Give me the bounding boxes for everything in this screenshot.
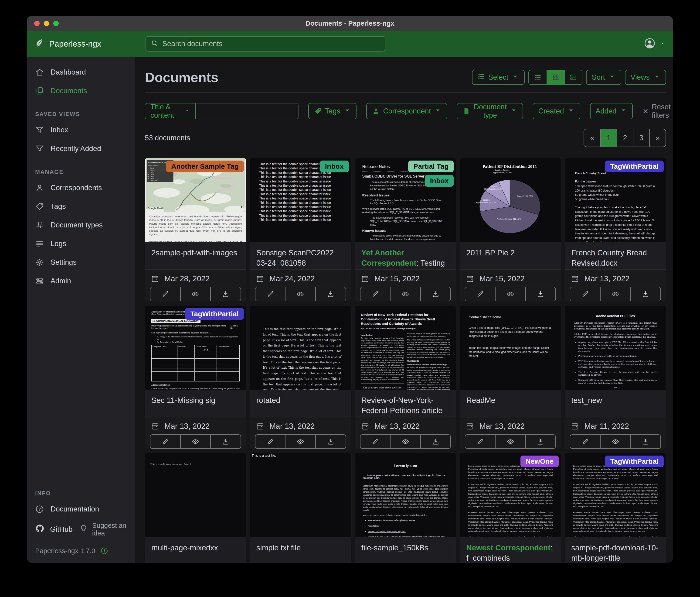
view-document-button[interactable] <box>181 287 211 301</box>
pagination-prev[interactable]: « <box>584 129 600 147</box>
document-type-filter-button[interactable]: Document type <box>457 103 523 119</box>
view-document-button[interactable] <box>601 287 631 301</box>
select-button[interactable]: Select <box>472 70 525 85</box>
document-title-link[interactable]: Review-of-New-York-Federal-Petitions-art… <box>355 390 456 416</box>
sidebar-item-inbox[interactable]: Inbox <box>27 121 135 139</box>
document-thumbnail[interactable]: This is a test file. <box>250 453 351 537</box>
filter-text-input[interactable] <box>196 103 299 119</box>
document-thumbnail[interactable]: Review of New York Federal Petitions for… <box>355 306 456 390</box>
added-filter-button[interactable]: Added <box>590 103 633 119</box>
edit-document-button[interactable] <box>465 287 496 301</box>
view-document-button[interactable] <box>285 434 316 449</box>
pagination-page-1[interactable]: 1 <box>600 129 617 147</box>
download-document-button[interactable] <box>316 434 346 449</box>
sidebar-item-tags[interactable]: Tags <box>27 197 135 216</box>
document-title-link[interactable]: multi-page-mixedxx <box>145 537 246 563</box>
edit-document-button[interactable] <box>570 287 601 301</box>
tag-chip[interactable]: Inbox <box>320 161 349 172</box>
document-thumbnail[interactable]: Lorem ipsumLorem ipsum dolor sit amet, c… <box>355 453 456 537</box>
document-title-link[interactable]: sample-pdf-download-10-mb-longer-title <box>565 537 666 563</box>
document-thumbnail[interactable]: Patient BP Distribution 2011 Normal, 151… <box>460 158 561 242</box>
sidebar-item-document-types[interactable]: Document types <box>27 216 135 234</box>
tag-chip[interactable]: TagWithPartial <box>605 456 664 467</box>
views-button[interactable]: Views <box>625 70 666 85</box>
view-document-button[interactable] <box>496 434 526 449</box>
view-document-button[interactable] <box>391 287 421 301</box>
document-thumbnail[interactable]: Boundary Waters Trip Gerald in BWCA Day … <box>145 158 246 242</box>
edit-document-button[interactable] <box>360 287 391 301</box>
document-thumbnail[interactable]: Adobe Acrobat PDF FilesAdobe® Portable D… <box>565 306 666 390</box>
close-window-button[interactable] <box>34 21 40 26</box>
reset-filters-button[interactable]: ✕ Reset filters <box>643 103 670 120</box>
search-input[interactable] <box>162 40 380 48</box>
sidebar-item-settings[interactable]: Settings <box>27 253 135 272</box>
document-title-link[interactable]: 2011 BP Pie 2 <box>460 242 561 269</box>
view-document-button[interactable] <box>181 434 211 449</box>
pagination-next[interactable]: » <box>649 129 666 147</box>
document-thumbnail[interactable]: Application for Medical Staff MembersGoo… <box>145 306 246 390</box>
document-title-link[interactable]: Sonstige ScanPC2022 03-24_081058 <box>250 242 351 269</box>
pagination-page-2[interactable]: 2 <box>617 129 633 147</box>
document-thumbnail[interactable]: This is the text that appears on the fir… <box>250 306 351 390</box>
document-thumbnail[interactable]: Lorem ipsum dolor sit amet, consectetur … <box>565 453 666 537</box>
document-title-link[interactable]: French Country Bread Revised.docx <box>565 242 666 269</box>
list-view-toggle[interactable] <box>529 70 547 85</box>
sidebar-item-logs[interactable]: Logs <box>27 234 135 253</box>
edit-document-button[interactable] <box>150 287 181 301</box>
sidebar-item-recently-added[interactable]: Recently Added <box>27 139 135 158</box>
sidebar-item-correspondents[interactable]: Correspondents <box>27 178 135 197</box>
document-thumbnail[interactable]: This is a multi page document. Page 1. <box>145 453 246 537</box>
created-filter-button[interactable]: Created <box>533 103 580 119</box>
document-title-link[interactable]: Sec 11-Missing sig <box>145 390 246 416</box>
sidebar-item-documentation[interactable]: ?Documentation <box>27 500 135 519</box>
grid-view-toggle[interactable] <box>547 70 564 85</box>
zoom-window-button[interactable] <box>53 21 59 26</box>
edit-document-button[interactable] <box>465 434 496 449</box>
filter-field-dropdown[interactable]: Title & content <box>145 103 196 119</box>
download-document-button[interactable] <box>631 434 661 449</box>
download-document-button[interactable] <box>421 287 451 301</box>
github-link[interactable]: GitHub <box>35 524 72 535</box>
view-document-button[interactable] <box>496 287 526 301</box>
edit-document-button[interactable] <box>150 434 181 449</box>
view-document-button[interactable] <box>601 434 631 449</box>
info-icon[interactable] <box>100 547 108 555</box>
download-document-button[interactable] <box>211 434 241 449</box>
brand[interactable]: Paperless-ngx <box>34 38 146 50</box>
edit-document-button[interactable] <box>255 287 286 301</box>
download-document-button[interactable] <box>526 287 556 301</box>
tags-filter-button[interactable]: Tags <box>308 103 356 119</box>
download-document-button[interactable] <box>526 434 556 449</box>
tag-chip[interactable]: TagWithPartial <box>185 308 244 320</box>
document-thumbnail[interactable]: Lorem ipsum dolor sit amet, consectetur … <box>460 453 561 537</box>
document-title-link[interactable]: Newest Correspondent: f_combineds <box>460 537 561 563</box>
suggest-idea-link[interactable]: Suggest an idea <box>79 522 127 537</box>
edit-document-button[interactable] <box>360 434 391 449</box>
tag-chip[interactable]: Inbox <box>425 175 454 187</box>
tag-chip[interactable]: NewOne <box>521 456 559 467</box>
view-document-button[interactable] <box>391 434 421 449</box>
document-title-link[interactable]: simple txt file <box>250 537 351 563</box>
tag-chip[interactable]: Another Sample Tag <box>166 161 244 172</box>
pagination-page-3[interactable]: 3 <box>633 129 649 147</box>
document-title-link[interactable]: ReadMe <box>460 390 561 416</box>
download-document-button[interactable] <box>421 434 451 449</box>
download-document-button[interactable] <box>211 287 241 301</box>
user-menu[interactable] <box>644 37 666 50</box>
document-title-link[interactable]: 2sample-pdf-with-images <box>145 242 246 269</box>
document-title-link[interactable]: Yet Another Correspondent: Testing Email <box>355 242 456 269</box>
download-document-button[interactable] <box>316 287 346 301</box>
edit-document-button[interactable] <box>570 434 601 449</box>
document-title-link[interactable]: rotated <box>250 390 351 416</box>
document-thumbnail[interactable]: Contact Sheet DemoGiven a set of image f… <box>460 306 561 390</box>
edit-document-button[interactable] <box>255 434 286 449</box>
document-thumbnail[interactable]: This is a test for the double space char… <box>250 158 351 242</box>
document-title-link[interactable]: file-sample_150kBs <box>355 537 456 563</box>
document-thumbnail[interactable]: Release NotesSimba ODBC Driver for SQL S… <box>355 158 456 242</box>
tag-chip[interactable]: TagWithPartial <box>605 161 664 172</box>
document-thumbnail[interactable]: French Country BreadFor the Leaven1 heap… <box>565 158 666 242</box>
document-title-link[interactable]: test_new <box>565 390 666 416</box>
minimize-window-button[interactable] <box>44 21 49 26</box>
download-document-button[interactable] <box>631 287 661 301</box>
view-document-button[interactable] <box>285 287 316 301</box>
